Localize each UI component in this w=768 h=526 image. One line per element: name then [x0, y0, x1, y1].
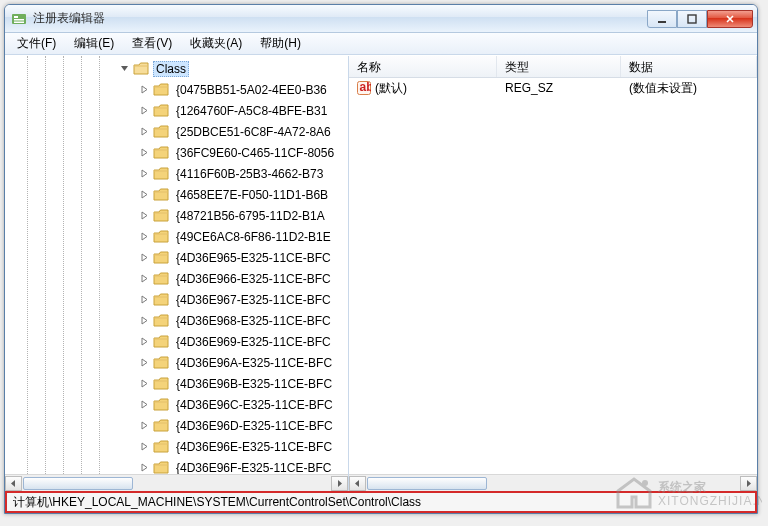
scroll-thumb[interactable]: [367, 477, 487, 490]
expand-icon[interactable]: [139, 357, 150, 368]
tree-node-label: {4D36E96C-E325-11CE-BFC: [173, 398, 336, 412]
expand-icon[interactable]: [139, 210, 150, 221]
close-button[interactable]: [707, 10, 753, 28]
tree-node[interactable]: {4D36E968-E325-11CE-BFC: [7, 310, 348, 331]
expand-icon[interactable]: [139, 462, 150, 473]
svg-rect-1: [14, 16, 18, 18]
list-body[interactable]: ab(默认) REG_SZ (数值未设置): [349, 78, 757, 474]
expand-icon[interactable]: [139, 294, 150, 305]
tree-node[interactable]: {4D36E96F-E325-11CE-BFC: [7, 457, 348, 474]
list-hscrollbar[interactable]: [349, 474, 757, 491]
list-pane: 名称 类型 数据 ab(默认) REG_SZ (数值未设置): [349, 56, 757, 491]
folder-icon: [153, 314, 169, 328]
scroll-left-button[interactable]: [349, 476, 366, 491]
folder-icon: [153, 104, 169, 118]
tree-node-label: {4D36E96E-E325-11CE-BFC: [173, 440, 335, 454]
tree-node[interactable]: {36FC9E60-C465-11CF-8056: [7, 142, 348, 163]
tree-node[interactable]: {4D36E96A-E325-11CE-BFC: [7, 352, 348, 373]
window-title: 注册表编辑器: [33, 10, 647, 27]
tree-node[interactable]: {4D36E96B-E325-11CE-BFC: [7, 373, 348, 394]
tree-node-label: {25DBCE51-6C8F-4A72-8A6: [173, 125, 334, 139]
expand-icon[interactable]: [139, 315, 150, 326]
tree-node[interactable]: {0475BB51-5A02-4EE0-B36: [7, 79, 348, 100]
tree-node[interactable]: {4116F60B-25B3-4662-B73: [7, 163, 348, 184]
regedit-window: 注册表编辑器 文件(F) 编辑(E) 查看(V) 收藏夹(A) 帮助(H): [4, 4, 758, 514]
tree-node[interactable]: {25DBCE51-6C8F-4A72-8A6: [7, 121, 348, 142]
expand-icon[interactable]: [139, 273, 150, 284]
expand-icon[interactable]: [139, 147, 150, 158]
menu-help[interactable]: 帮助(H): [252, 33, 309, 54]
menu-file[interactable]: 文件(F): [9, 33, 64, 54]
col-type[interactable]: 类型: [497, 56, 621, 77]
tree-node[interactable]: {48721B56-6795-11D2-B1A: [7, 205, 348, 226]
folder-icon: [153, 272, 169, 286]
scroll-thumb[interactable]: [23, 477, 133, 490]
folder-icon: [153, 188, 169, 202]
folder-icon: [153, 335, 169, 349]
col-name[interactable]: 名称: [349, 56, 497, 77]
tree-node[interactable]: {4D36E967-E325-11CE-BFC: [7, 289, 348, 310]
folder-icon: [153, 356, 169, 370]
folder-icon: [153, 398, 169, 412]
expand-icon[interactable]: [139, 231, 150, 242]
folder-icon: [153, 251, 169, 265]
folder-icon: [153, 461, 169, 475]
tree-node[interactable]: {4D36E96D-E325-11CE-BFC: [7, 415, 348, 436]
svg-text:ab: ab: [360, 81, 372, 94]
expand-icon[interactable]: [139, 441, 150, 452]
tree-hscrollbar[interactable]: [5, 474, 348, 491]
expand-icon[interactable]: [139, 189, 150, 200]
maximize-button[interactable]: [677, 10, 707, 28]
expand-icon[interactable]: [139, 84, 150, 95]
value-name: (默认): [375, 80, 407, 97]
expand-icon[interactable]: [139, 399, 150, 410]
expand-icon[interactable]: [139, 105, 150, 116]
scroll-track[interactable]: [22, 476, 331, 491]
expand-icon[interactable]: [139, 126, 150, 137]
tree-node[interactable]: {4D36E966-E325-11CE-BFC: [7, 268, 348, 289]
expand-icon[interactable]: [139, 336, 150, 347]
menubar: 文件(F) 编辑(E) 查看(V) 收藏夹(A) 帮助(H): [5, 33, 757, 55]
app-icon: [11, 11, 27, 27]
tree-node[interactable]: {4D36E965-E325-11CE-BFC: [7, 247, 348, 268]
folder-icon: [153, 146, 169, 160]
collapse-icon[interactable]: [119, 63, 130, 74]
tree-node[interactable]: {4D36E969-E325-11CE-BFC: [7, 331, 348, 352]
menu-favorites[interactable]: 收藏夹(A): [182, 33, 250, 54]
tree-node[interactable]: {49CE6AC8-6F86-11D2-B1E: [7, 226, 348, 247]
tree-node-label: {4D36E968-E325-11CE-BFC: [173, 314, 334, 328]
menu-view[interactable]: 查看(V): [124, 33, 180, 54]
expand-icon[interactable]: [139, 168, 150, 179]
expand-icon[interactable]: [139, 378, 150, 389]
tree-node-label: {36FC9E60-C465-11CF-8056: [173, 146, 337, 160]
scroll-left-button[interactable]: [5, 476, 22, 491]
value-type: REG_SZ: [497, 81, 621, 95]
svg-rect-5: [688, 15, 696, 23]
tree-node[interactable]: {4D36E96E-E325-11CE-BFC: [7, 436, 348, 457]
tree-scrollarea[interactable]: Class {0475BB51-5A02-4EE0-B36 {1264760F-…: [5, 56, 348, 474]
titlebar[interactable]: 注册表编辑器: [5, 5, 757, 33]
list-row[interactable]: ab(默认) REG_SZ (数值未设置): [349, 78, 757, 98]
minimize-button[interactable]: [647, 10, 677, 28]
folder-icon: [153, 230, 169, 244]
expand-icon[interactable]: [139, 420, 150, 431]
tree-node-label: {4D36E965-E325-11CE-BFC: [173, 251, 334, 265]
expand-icon[interactable]: [139, 252, 150, 263]
tree-node-label: {4D36E967-E325-11CE-BFC: [173, 293, 334, 307]
folder-open-icon: [133, 62, 149, 76]
col-data[interactable]: 数据: [621, 56, 757, 77]
scroll-track[interactable]: [366, 476, 740, 491]
tree: Class {0475BB51-5A02-4EE0-B36 {1264760F-…: [5, 56, 348, 474]
menu-edit[interactable]: 编辑(E): [66, 33, 122, 54]
tree-node-label: {4D36E96F-E325-11CE-BFC: [173, 461, 334, 475]
scroll-right-button[interactable]: [331, 476, 348, 491]
tree-node-class[interactable]: Class: [7, 58, 348, 79]
status-path-text: 计算机\HKEY_LOCAL_MACHINE\SYSTEM\CurrentCon…: [13, 494, 421, 511]
tree-node[interactable]: {1264760F-A5C8-4BFE-B31: [7, 100, 348, 121]
scroll-right-button[interactable]: [740, 476, 757, 491]
folder-icon: [153, 419, 169, 433]
tree-node-label: {4D36E966-E325-11CE-BFC: [173, 272, 334, 286]
tree-node[interactable]: {4D36E96C-E325-11CE-BFC: [7, 394, 348, 415]
tree-node[interactable]: {4658EE7E-F050-11D1-B6B: [7, 184, 348, 205]
tree-node-label: {4116F60B-25B3-4662-B73: [173, 167, 326, 181]
